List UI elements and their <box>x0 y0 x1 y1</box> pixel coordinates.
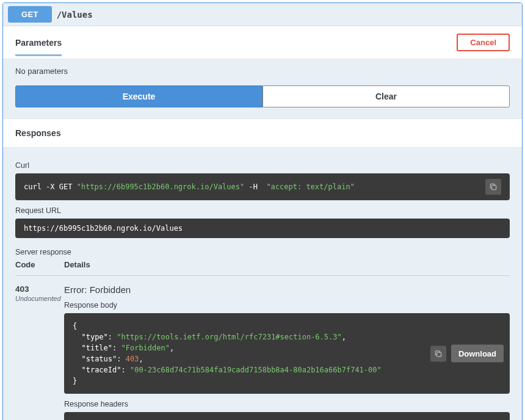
request-url-label: Request URL <box>15 206 510 215</box>
copy-curl-icon[interactable] <box>485 179 501 195</box>
curl-command-block: curl -X GET "https://6b995c1b2b60.ngrok.… <box>15 173 510 200</box>
request-url-block: https://6b995c1b2b60.ngrok.io/Values <box>15 219 510 238</box>
response-headers-label: Response headers <box>64 400 510 408</box>
svg-rect-0 <box>492 186 496 190</box>
response-details-cell: Error: Forbidden Response body { "type":… <box>64 284 510 420</box>
error-title: Error: Forbidden <box>64 284 510 295</box>
status-code: 403 <box>15 284 64 294</box>
download-button[interactable]: Download <box>451 345 504 363</box>
cancel-button[interactable]: Cancel <box>457 34 510 51</box>
no-parameters-text: No parameters <box>15 67 510 76</box>
copy-response-icon[interactable] <box>430 346 446 361</box>
response-table: Code Details 403 Undocumented Error: For… <box>15 260 510 420</box>
responses-body: Curl curl -X GET "https://6b995c1b2b60.n… <box>3 148 522 420</box>
undocumented-label: Undocumented <box>15 295 64 302</box>
curl-label: Curl <box>15 161 510 170</box>
details-column-header: Details <box>64 260 510 269</box>
responses-section-header: Responses <box>3 118 522 148</box>
response-body-block: { "type": "https://tools.ietf.org/html/r… <box>64 313 510 394</box>
request-url-text: https://6b995c1b2b60.ngrok.io/Values <box>24 224 501 233</box>
svg-rect-1 <box>437 352 441 357</box>
response-code-cell: 403 Undocumented <box>15 284 64 420</box>
responses-title: Responses <box>15 128 61 138</box>
clear-button[interactable]: Clear <box>262 85 510 107</box>
parameters-title: Parameters <box>15 38 62 48</box>
response-row: 403 Undocumented Error: Forbidden Respon… <box>15 284 510 420</box>
parameters-body: No parameters Execute Clear <box>3 59 522 118</box>
response-headers-block: content-type: application/problem+json; … <box>64 412 510 420</box>
operation-header[interactable]: GET /Values <box>3 3 522 26</box>
api-operation-panel: GET /Values Parameters Cancel No paramet… <box>2 2 523 420</box>
code-column-header: Code <box>15 260 64 269</box>
response-table-header: Code Details <box>15 260 510 276</box>
execute-button[interactable]: Execute <box>15 85 262 107</box>
parameters-section-header: Parameters Cancel <box>3 26 522 59</box>
response-body-label: Response body <box>64 301 510 310</box>
server-response-label: Server response <box>15 248 510 256</box>
response-body-actions: Download <box>424 345 504 363</box>
curl-command-text: curl -X GET "https://6b995c1b2b60.ngrok.… <box>24 183 479 191</box>
http-method-badge: GET <box>8 6 52 23</box>
action-buttons-row: Execute Clear <box>15 85 510 107</box>
endpoint-path: /Values <box>57 10 93 20</box>
